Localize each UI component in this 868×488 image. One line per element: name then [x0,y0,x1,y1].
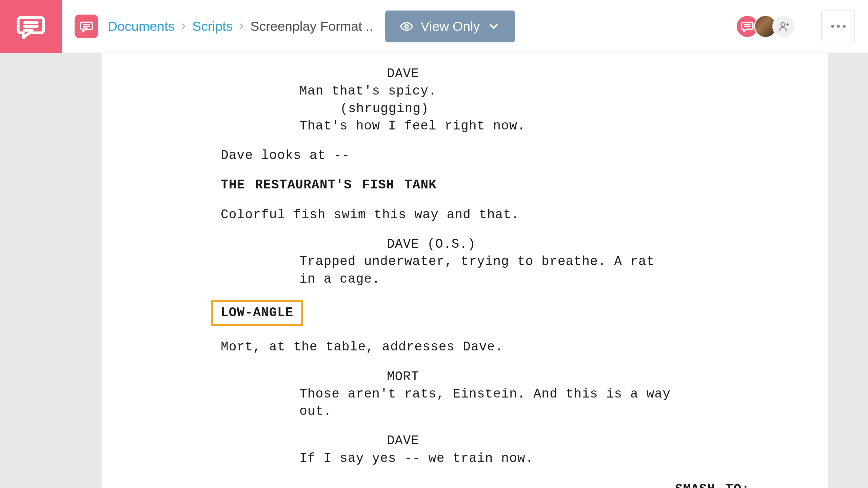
chevron-down-icon [487,20,500,33]
dot-icon [843,25,846,28]
svg-point-6 [405,25,409,28]
app-logo[interactable] [0,0,62,53]
script-page: DAVE Man that's spicy. (shrugging) That'… [102,53,828,488]
add-collaborator-button[interactable] [772,15,795,38]
chat-icon [741,20,754,33]
character-cue: DAVE (O.S.) [221,223,763,253]
person-add-icon [778,21,790,32]
character-cue: DAVE [221,63,763,82]
dialogue-line: That's how I feel right now. [221,117,763,135]
breadcrumb: Documents Scripts Screenplay Format .. [108,19,373,34]
chat-icon [16,11,46,42]
shot-heading-low-angle: LOW-ANGLE [211,300,303,326]
dialogue-line: Man that's spicy. [221,82,763,100]
dialogue-line: If I say yes -- we train now. [221,450,763,467]
breadcrumb-documents[interactable]: Documents [108,19,175,34]
transition: SMASH TO: [221,467,763,488]
chat-icon [79,19,94,34]
view-mode-label: View Only [420,19,480,34]
highlighted-shot: LOW-ANGLE [221,288,763,326]
shot-heading: THE RESTAURANT'S FISH TANK [221,164,763,194]
parenthetical: (shrugging) [221,100,763,117]
dot-icon [831,25,834,28]
dialogue-line: Those aren't rats, Einstein. And this is… [221,385,763,420]
action-line: Mort, at the table, addresses Dave. [221,326,763,355]
action-line: Dave looks at -- [221,135,763,164]
eye-icon [400,20,413,33]
action-line: Colorful fish swim this way and that. [221,194,763,223]
dialogue-line: Trapped underwater, trying to breathe. A… [221,253,763,288]
chevron-right-icon [179,22,188,30]
collaborators [741,15,795,38]
view-mode-button[interactable]: View Only [385,11,515,42]
character-cue: MORT [221,356,763,385]
chevron-right-icon [237,22,245,30]
dot-icon [837,25,840,28]
document-area: DAVE Man that's spicy. (shrugging) That'… [62,53,868,488]
svg-point-9 [781,22,785,26]
topbar: Documents Scripts Screenplay Format .. V… [62,0,868,53]
app-icon-button[interactable] [75,15,98,38]
breadcrumb-scripts[interactable]: Scripts [192,19,233,34]
breadcrumb-current: Screenplay Format .. [250,19,373,34]
more-menu-button[interactable] [821,11,855,42]
character-cue: DAVE [221,420,763,449]
